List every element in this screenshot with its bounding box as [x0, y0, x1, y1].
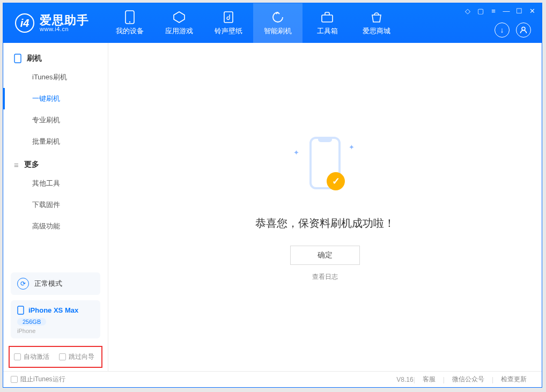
tab-smart-flash[interactable]: 智能刷机	[253, 3, 302, 43]
device-mode-card[interactable]: ⟳ 正常模式	[11, 272, 100, 295]
flash-options-highlight: 自动激活 跳过向导	[9, 346, 102, 368]
tab-label: 应用游戏	[165, 26, 193, 36]
sparkle-icon: ✦	[293, 149, 299, 157]
shop-icon	[370, 10, 383, 24]
checkbox-label: 阻止iTunes运行	[20, 375, 65, 384]
tab-label: 我的设备	[116, 26, 144, 36]
skin-icon[interactable]: ◇	[463, 6, 472, 15]
tab-label: 工具箱	[317, 26, 338, 36]
success-check-icon: ✓	[327, 172, 345, 190]
sidebar-scroll: 刷机 iTunes刷机 一键刷机 专业刷机 批量刷机 ≡ 更多 其他工具 下载固…	[3, 43, 108, 267]
checkbox-icon	[14, 353, 21, 360]
footer-link-update[interactable]: 检查更新	[493, 375, 534, 384]
sidebar-item-advanced[interactable]: 高级功能	[3, 216, 108, 237]
ringtone-icon	[222, 10, 235, 24]
sidebar-item-itunes-flash[interactable]: iTunes刷机	[3, 66, 108, 88]
logo-area: i4 爱思助手 www.i4.cn	[3, 3, 105, 43]
sidebar-group-title: 更多	[24, 160, 39, 169]
sidebar-group-flash: 刷机	[3, 46, 108, 66]
device-storage-badge: 256GB	[17, 318, 46, 326]
maximize-icon[interactable]: ☐	[515, 6, 523, 15]
sidebar-item-download-firmware[interactable]: 下载固件	[3, 194, 108, 216]
checkbox-label: 自动激活	[24, 352, 49, 361]
flash-icon	[271, 10, 285, 24]
checkbox-auto-activate[interactable]: 自动激活	[14, 352, 49, 361]
app-subtitle: www.i4.cn	[40, 26, 89, 33]
device-name-row: iPhone XS Max	[17, 306, 94, 315]
sidebar-item-oneclick-flash[interactable]: 一键刷机	[3, 88, 108, 109]
checkbox-icon	[11, 376, 18, 383]
tab-label: 智能刷机	[264, 26, 292, 36]
sidebar-group-more: ≡ 更多	[3, 152, 108, 173]
device-icon	[123, 10, 137, 24]
app-title: 爱思助手	[40, 14, 89, 26]
app-logo-icon: i4	[15, 13, 34, 33]
toolbox-icon	[320, 10, 334, 24]
checkbox-block-itunes[interactable]: 阻止iTunes运行	[11, 375, 65, 384]
svg-point-1	[129, 21, 130, 23]
footer-link-support[interactable]: 客服	[415, 375, 443, 384]
minimize-icon[interactable]: —	[502, 6, 511, 15]
svg-rect-5	[14, 54, 21, 63]
status-bar: 阻止iTunes运行 V8.16 | 客服 | 微信公众号 | 检查更新	[3, 371, 542, 387]
sidebar-item-batch-flash[interactable]: 批量刷机	[3, 131, 108, 152]
download-button[interactable]: ↓	[495, 23, 510, 38]
checkbox-icon	[59, 353, 66, 360]
svg-rect-3	[322, 15, 333, 22]
device-mode-label: 正常模式	[34, 279, 62, 289]
sidebar-item-pro-flash[interactable]: 专业刷机	[3, 109, 108, 131]
sparkle-icon: ✦	[349, 143, 355, 151]
app-title-block: 爱思助手 www.i4.cn	[40, 14, 89, 33]
device-info-card[interactable]: iPhone XS Max 256GB iPhone	[11, 300, 100, 338]
device-phone-icon	[17, 306, 24, 315]
version-label: V8.16	[396, 376, 413, 383]
app-window: i4 爱思助手 www.i4.cn 我的设备 应用游戏	[3, 3, 542, 388]
header-actions: ↓	[495, 23, 531, 38]
tab-my-device[interactable]: 我的设备	[105, 3, 154, 43]
sidebar-group-title: 刷机	[27, 54, 42, 63]
window-controls: ◇ ▢ ≡ — ☐ ✕	[463, 6, 536, 15]
user-button[interactable]	[516, 23, 531, 38]
tab-label: 爱思商城	[363, 26, 390, 36]
apps-icon	[172, 10, 186, 24]
success-message: 恭喜您，保资料刷机成功啦！	[255, 216, 395, 231]
checkbox-skip-guide[interactable]: 跳过向导	[59, 352, 94, 361]
tab-ringtones[interactable]: 铃声壁纸	[204, 3, 253, 43]
ok-button[interactable]: 确定	[290, 246, 360, 265]
device-name: iPhone XS Max	[28, 306, 78, 314]
feedback-icon[interactable]: ▢	[476, 6, 485, 15]
success-illustration: ✦ ✦ ✓	[290, 132, 360, 202]
tab-toolbox[interactable]: 工具箱	[302, 3, 352, 43]
svg-point-4	[522, 27, 525, 31]
title-bar: i4 爱思助手 www.i4.cn 我的设备 应用游戏	[3, 3, 542, 43]
phone-notch-icon	[318, 139, 332, 142]
device-type: iPhone	[17, 328, 94, 334]
close-icon[interactable]: ✕	[528, 6, 536, 15]
device-panel: ⟳ 正常模式 iPhone XS Max 256GB iPhone	[3, 267, 108, 342]
phone-icon	[14, 54, 21, 63]
sidebar: 刷机 iTunes刷机 一键刷机 专业刷机 批量刷机 ≡ 更多 其他工具 下载固…	[3, 43, 108, 371]
checkbox-label: 跳过向导	[69, 352, 94, 361]
footer-link-wechat[interactable]: 微信公众号	[445, 375, 492, 384]
svg-rect-6	[18, 306, 24, 314]
main-content: ✦ ✦ ✓ 恭喜您，保资料刷机成功啦！ 确定 查看日志	[108, 43, 542, 371]
mode-status-icon: ⟳	[17, 278, 29, 290]
list-icon: ≡	[14, 160, 19, 169]
tab-shop[interactable]: 爱思商城	[352, 3, 401, 43]
menu-icon[interactable]: ≡	[489, 6, 498, 15]
sidebar-item-other-tools[interactable]: 其他工具	[3, 173, 108, 194]
tab-label: 铃声壁纸	[215, 26, 242, 36]
tab-apps[interactable]: 应用游戏	[154, 3, 204, 43]
body: 刷机 iTunes刷机 一键刷机 专业刷机 批量刷机 ≡ 更多 其他工具 下载固…	[3, 43, 542, 371]
view-log-link[interactable]: 查看日志	[312, 272, 338, 282]
